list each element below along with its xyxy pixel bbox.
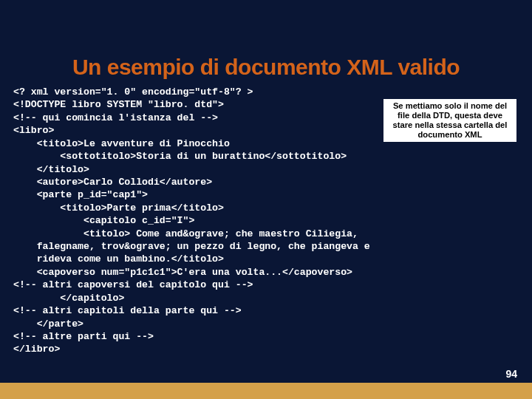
callout-box: Se mettiamo solo il nome del file della … [383, 98, 517, 143]
slide-title: Un esempio di documento XML valido [0, 0, 532, 86]
page-number: 94 [505, 368, 517, 380]
footer-bar [0, 383, 532, 399]
